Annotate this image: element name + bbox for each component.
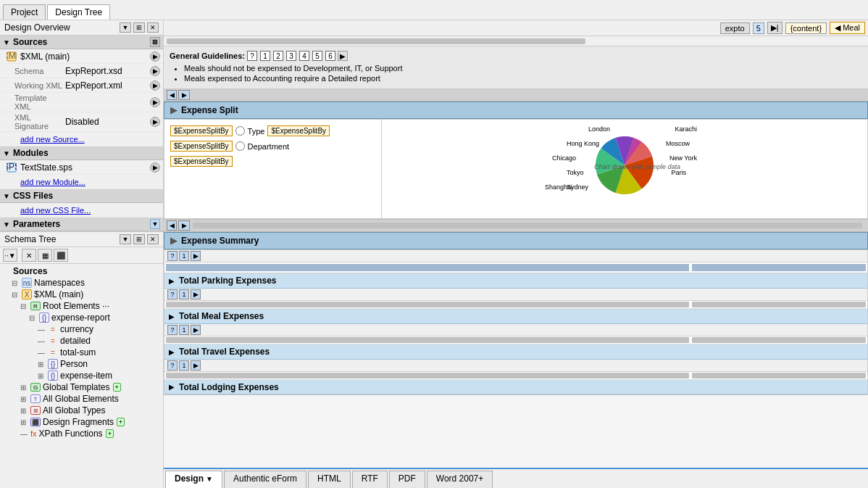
num-btn-2[interactable]: 2 [273, 51, 283, 61]
xml-main-item[interactable]: XML $XML (main) ▶ [0, 49, 163, 64]
content-btn-1[interactable]: 5 [753, 22, 764, 34]
travel-row[interactable]: ▶ Total Travel Expenses [164, 344, 867, 360]
schema-all-global-types-item[interactable]: ⊞ ⊠ All Global Types [1, 405, 162, 416]
schema-table-btn[interactable]: ▦ [38, 249, 52, 262]
travel-nav-q[interactable]: ? [167, 360, 178, 371]
add-module-link[interactable]: add new Module... [14, 176, 91, 188]
h-scroll-2[interactable] [193, 223, 862, 228]
field-btn-3[interactable]: $ExpenseSplitBy [170, 156, 233, 167]
xml-main-options-btn[interactable]: ▶ [150, 51, 160, 62]
template-xml-options-btn[interactable]: ▶ [150, 97, 160, 107]
park-nav-q[interactable]: ? [167, 289, 178, 299]
working-xml-options-btn[interactable]: ▶ [150, 80, 160, 91]
travel-nav-r[interactable]: ▶ [191, 360, 201, 371]
expto-btn[interactable]: expto [720, 22, 750, 34]
meal-row[interactable]: ▶ Total Meal Expenses [164, 309, 867, 324]
textstate-item[interactable]: SPS TextState.sps ▶ [0, 160, 163, 175]
modules-section-header[interactable]: ▼ Modules [0, 146, 163, 160]
schema-expense-report-item[interactable]: ⊟ {} expense-report [1, 312, 162, 323]
field-btn-1a[interactable]: $ExpenseSplitBy [170, 125, 233, 136]
schema-options-btn[interactable]: ▶ [150, 66, 160, 76]
schema-global-templates-item[interactable]: ⊞ G Global Templates + [1, 381, 162, 393]
maximize-button[interactable]: ⊞ [133, 22, 145, 33]
expense-summary-band[interactable]: ▶ Expense Summary [164, 232, 868, 249]
expense-item-label: expense-item [60, 371, 112, 381]
parameters-section-header[interactable]: ▼ Parameters ▼ [0, 218, 163, 231]
num-btn-6[interactable]: 6 [325, 51, 335, 61]
pin-button[interactable]: ▼ [120, 22, 131, 33]
parameters-scroll-btn[interactable]: ▼ [150, 219, 160, 229]
nav2-left-btn[interactable]: ◀ [167, 220, 177, 231]
sources-section-header[interactable]: ▼ Sources ⊞ [0, 36, 163, 49]
radio-dept[interactable] [235, 141, 245, 151]
num-btn-q[interactable]: ? [247, 51, 257, 61]
park-nav-r[interactable]: ▶ [191, 289, 201, 299]
sources-expand-btn[interactable]: ⊞ [150, 37, 160, 47]
nav2-right-btn[interactable]: ▶ [178, 220, 190, 231]
field-btn-1b[interactable]: $ExpenseSplitBy [267, 125, 330, 136]
schema-currency-item[interactable]: — = currency [1, 323, 162, 335]
content-btn-arrow[interactable]: ▶| [767, 22, 783, 34]
guidelines-expand-btn[interactable]: ▶ [338, 51, 348, 61]
num-btn-5[interactable]: 5 [312, 51, 322, 61]
add-source-link[interactable]: add new Source... [14, 133, 91, 145]
field-btn-2[interactable]: $ExpenseSplitBy [170, 141, 233, 152]
schema-close-btn[interactable]: ✕ [147, 234, 159, 244]
expense-split-band[interactable]: ▶ Expense Split [164, 102, 868, 119]
schema-person-item[interactable]: ⊞ {} Person [1, 358, 162, 370]
schema-expense-item-item[interactable]: ⊞ {} expense-item [1, 370, 162, 381]
schema-total-sum-item[interactable]: — = total-sum [1, 347, 162, 358]
nav-left-btn[interactable]: ◀ [167, 90, 177, 100]
parking-scroll-bar-2 [692, 302, 867, 307]
tab-word[interactable]: Word 2007+ [427, 471, 493, 488]
tab-design[interactable]: Design ▼ [165, 471, 222, 488]
travel-nav-1[interactable]: 1 [179, 360, 189, 371]
nav-right-btn[interactable]: ▶ [178, 90, 190, 100]
tab-authentic-eform[interactable]: Authentic eForm [224, 471, 306, 488]
tab-project[interactable]: Project [3, 4, 46, 20]
tab-html-label: HTML [317, 473, 341, 484]
tab-pdf[interactable]: PDF [389, 471, 425, 488]
schema-chart-btn[interactable]: ⬛ [54, 249, 68, 262]
meal-nav-q[interactable]: ? [167, 325, 178, 335]
add-css-link[interactable]: add new CSS File... [14, 204, 96, 216]
xpath-functions-add-btn[interactable]: + [106, 429, 114, 438]
schema-root-elements-item[interactable]: ⊟ R Root Elements ··· [1, 300, 162, 312]
schema-max-btn[interactable]: ⊞ [133, 234, 145, 244]
parking-row[interactable]: ▶ Total Parking Expenses [164, 273, 867, 289]
num-btn-1[interactable]: 1 [260, 51, 270, 61]
xml-signature-options-btn[interactable]: ▶ [150, 117, 160, 127]
schema-all-global-elements-item[interactable]: ⊞ T All Global Elements [1, 393, 162, 405]
meal-nav-1[interactable]: 1 [179, 325, 189, 335]
tab-design-dropdown-icon[interactable]: ▼ [206, 475, 213, 483]
schema-delete-btn[interactable]: ✕ [22, 249, 36, 262]
schema-dropdown-btn[interactable]: ··▼ [3, 249, 17, 262]
sum-nav-1-btn[interactable]: 1 [179, 251, 189, 261]
close-button[interactable]: ✕ [147, 22, 159, 33]
global-templates-add-btn[interactable]: + [113, 383, 121, 392]
num-btn-3[interactable]: 3 [286, 51, 296, 61]
tab-rtf[interactable]: RTF [352, 471, 388, 488]
schema-detailed-item[interactable]: — = detailed [1, 335, 162, 347]
schema-xpath-functions-item[interactable]: — fx XPath Functions + [1, 428, 162, 439]
expense-split-header-row: ▶ Expense Split [164, 102, 868, 119]
sum-nav-r-btn[interactable]: ▶ [191, 251, 201, 261]
schema-design-fragments-item[interactable]: ⊞ ⬛ Design Fragments + [1, 416, 162, 428]
sum-nav-q-btn[interactable]: ? [167, 251, 178, 261]
css-section-header[interactable]: ▼ CSS Files [0, 189, 163, 203]
schema-xml-main-item[interactable]: ⊟ X $XML (main) [1, 289, 162, 300]
meal-btn[interactable]: ◀ Meal [830, 22, 865, 34]
tab-html[interactable]: HTML [308, 471, 351, 488]
tab-design-tree[interactable]: Design Tree [47, 4, 110, 20]
schema-namespaces-item[interactable]: ⊟ ns Namespaces [1, 277, 162, 289]
park-nav-1[interactable]: 1 [179, 289, 189, 299]
meal-label: Total Meal Expenses [179, 311, 264, 321]
design-fragments-add-btn[interactable]: + [117, 418, 125, 426]
meal-nav-r[interactable]: ▶ [191, 325, 201, 335]
h-scrollbar-thumb[interactable] [167, 38, 585, 44]
radio-type[interactable] [235, 126, 245, 136]
num-btn-4[interactable]: 4 [299, 51, 309, 61]
lodging-row[interactable]: ▶ Total Lodging Expenses [164, 380, 867, 394]
textstate-options-btn[interactable]: ▶ [150, 162, 160, 173]
schema-pin-btn[interactable]: ▼ [120, 234, 131, 244]
